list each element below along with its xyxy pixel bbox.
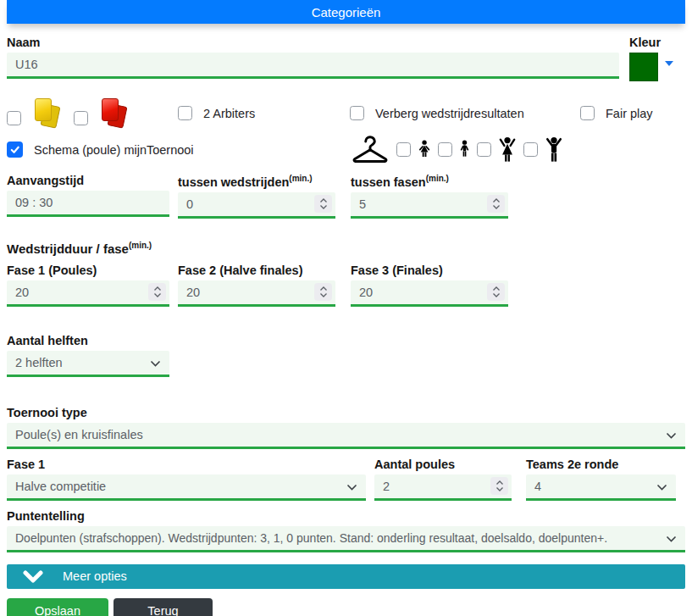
spinner-down-icon [492,292,501,298]
scoring-field: Puntentelling Doelpunten (strafschoppen)… [7,509,685,552]
boy-icon [460,140,469,158]
page-title: Categorieën [7,0,685,24]
color-swatch[interactable] [629,53,658,81]
spinner-down-icon [319,204,328,210]
phase1-label: Fase 1 [7,458,366,471]
two-arbiters-label: 2 Arbiters [203,107,255,120]
phase1-value: Halve competitie [15,480,106,493]
fase2-duration-value: 20 [186,286,200,299]
yellow-cards-icon [32,97,63,130]
tournament-type-select[interactable]: Poule(s) en kruisfinales [7,423,685,449]
page-title-text: Categorieën [312,5,381,19]
number-spinner[interactable] [314,283,332,301]
halves-value: 2 helften [15,356,63,369]
name-input[interactable]: U16 [7,53,619,79]
woman-icon [499,136,516,163]
girl-checkbox[interactable] [396,142,411,157]
between-phases-input[interactable]: 5 [351,192,508,219]
spinner-up-icon [319,197,328,203]
teams-round2-label: Teams 2e ronde [526,458,676,471]
schema-checkbox[interactable] [7,142,23,158]
boy-checkbox[interactable] [438,142,452,157]
hanger-icon [352,135,389,164]
number-spinner[interactable] [148,283,166,301]
man-icon [545,136,562,163]
between-phases-field: tussen fasen(min.) 5 [351,174,508,219]
between-phases-value: 5 [359,197,366,211]
scoring-value: Doelpunten (strafschoppen). Wedstrijdpun… [15,531,607,545]
spinner-up-icon [492,286,501,291]
spinner-up-icon [492,197,501,203]
match-duration-heading: Wedstrijdduur / fase(min.) [7,241,685,256]
more-options-label: Meer opties [63,569,127,583]
between-matches-input[interactable]: 0 [178,192,335,219]
number-spinner[interactable] [314,195,332,213]
spinner-down-icon [153,292,162,298]
halves-select[interactable]: 2 helften [7,351,169,377]
fase3-duration-input[interactable]: 20 [351,280,508,307]
color-label: Kleur [629,36,685,49]
fase3-duration-value: 20 [359,286,373,299]
scoring-select[interactable]: Doelpunten (strafschoppen). Wedstrijdpun… [7,526,685,552]
back-button[interactable]: Terug [113,598,213,616]
chevron-down-icon [346,484,357,491]
spinner-up-icon [495,480,504,486]
teams-round2-value: 4 [534,480,541,493]
chevron-down-icon [666,536,677,543]
fase2-duration-label: Fase 2 (Halve finales) [178,264,335,277]
tournament-type-field: Toernooi type Poule(s) en kruisfinales [7,406,685,449]
pool-count-field: Aantal poules 2 [374,458,512,501]
checkmark-icon [9,144,20,155]
spinner-down-icon [495,486,504,492]
hide-results-label: Verberg wedstrijdresultaten [375,107,524,120]
fase2-duration-input[interactable]: 20 [178,280,335,307]
color-field-wrap: Kleur [629,36,685,81]
fase1-duration-field: Fase 1 (Poules) 20 [7,264,169,307]
fase1-duration-value: 20 [15,286,29,299]
number-spinner[interactable] [487,195,505,213]
spinner-down-icon [492,204,501,210]
start-time-value: 09 : 30 [15,196,53,209]
spinner-down-icon [319,292,328,298]
between-phases-label: tussen fasen(min.) [351,174,508,189]
two-arbiters-checkbox[interactable] [178,106,192,120]
start-time-label: Aanvangstijd [7,174,169,187]
man-checkbox[interactable] [523,142,538,157]
number-spinner[interactable] [490,477,508,495]
name-field-wrap: Naam U16 [7,36,619,81]
more-options-toggle[interactable]: Meer opties [7,564,685,589]
red-cards-icon [99,97,130,130]
fair-play-label: Fair play [606,107,653,120]
tournament-type-value: Poule(s) en kruisfinales [15,428,143,441]
halves-label: Aantal helften [7,334,169,347]
number-spinner[interactable] [487,283,505,301]
teams-round2-select[interactable]: 4 [526,474,676,501]
chevron-down-icon [666,432,677,440]
chevron-down-icon [656,484,667,491]
chevron-down-icon [23,570,43,583]
fase3-duration-field: Fase 3 (Finales) 20 [351,264,508,307]
phase1-select[interactable]: Halve competitie [7,474,366,501]
between-matches-label: tussen wedstrijden(min.) [178,174,335,189]
fase1-duration-input[interactable]: 20 [7,280,169,307]
name-input-value: U16 [15,58,38,71]
fair-play-checkbox[interactable] [580,106,595,120]
color-dropdown-arrow-icon[interactable] [665,61,673,66]
woman-checkbox[interactable] [477,142,491,157]
save-button[interactable]: Opslaan [7,598,108,616]
spinner-up-icon [153,286,162,291]
teams-round2-field: Teams 2e ronde 4 [526,458,676,501]
pool-count-input[interactable]: 2 [374,474,512,501]
yellow-card-checkbox[interactable] [7,111,21,125]
girl-icon [418,140,430,158]
start-time-input[interactable]: 09 : 30 [7,191,169,217]
hide-results-checkbox[interactable] [350,106,364,120]
tournament-type-label: Toernooi type [7,406,685,419]
spinner-up-icon [319,286,328,291]
fase1-duration-label: Fase 1 (Poules) [7,264,169,277]
chevron-down-icon [150,360,161,368]
between-matches-value: 0 [186,197,193,211]
pool-count-value: 2 [383,480,390,493]
category-form: Categorieën Naam U16 Kleur [0,0,692,616]
red-card-checkbox[interactable] [74,111,88,125]
